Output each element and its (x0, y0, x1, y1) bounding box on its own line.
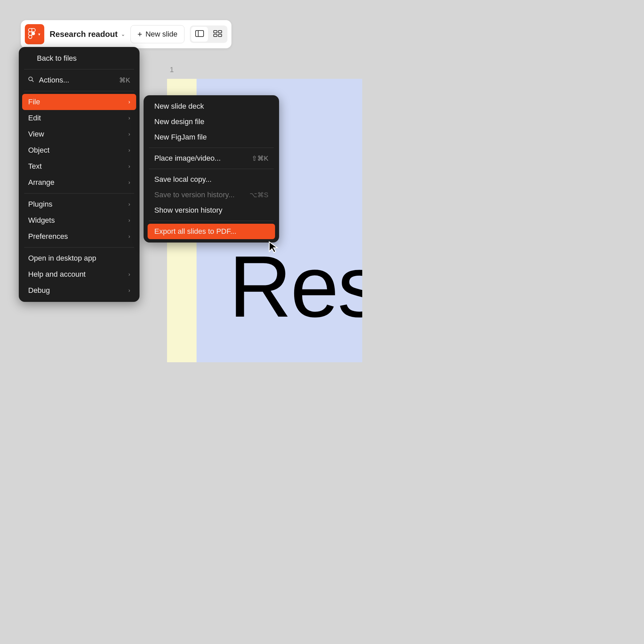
menu-view[interactable]: View › (19, 126, 140, 142)
chevron-right-icon: › (128, 147, 130, 153)
menu-preferences-label: Preferences (28, 232, 68, 241)
view-mode-toggle (190, 25, 227, 43)
submenu-save-version-shortcut: ⌥⌘S (250, 191, 268, 199)
menu-divider (149, 221, 274, 221)
menu-text[interactable]: Text › (19, 158, 140, 174)
chevron-right-icon: › (128, 271, 130, 277)
menu-divider (24, 193, 134, 194)
chevron-down-icon: ⌄ (121, 32, 125, 37)
menu-divider (24, 91, 134, 91)
menu-plugins-label: Plugins (28, 200, 52, 209)
menu-divider (149, 169, 274, 169)
single-view-icon (195, 30, 204, 38)
menu-open-desktop[interactable]: Open in desktop app (19, 250, 140, 266)
svg-rect-6 (218, 34, 222, 37)
menu-arrange[interactable]: Arrange › (19, 174, 140, 191)
single-view-button[interactable] (191, 27, 208, 42)
submenu-new-slide-deck[interactable]: New slide deck (144, 99, 279, 114)
submenu-export-pdf[interactable]: Export all slides to PDF... (148, 224, 275, 239)
menu-divider (24, 247, 134, 248)
menu-debug[interactable]: Debug › (19, 282, 140, 299)
menu-debug-label: Debug (28, 286, 50, 295)
chevron-right-icon: › (128, 179, 130, 185)
figma-menu-button[interactable]: ▼ (25, 24, 44, 44)
menu-arrange-label: Arrange (28, 178, 54, 187)
new-slide-label: New slide (146, 30, 177, 39)
menu-help-account[interactable]: Help and account › (19, 266, 140, 282)
menu-object[interactable]: Object › (19, 142, 140, 158)
submenu-show-version[interactable]: Show version history (144, 203, 279, 218)
submenu-save-local[interactable]: Save local copy... (144, 172, 279, 187)
menu-widgets-label: Widgets (28, 216, 55, 225)
menu-file-label: File (28, 98, 40, 106)
chevron-right-icon: › (128, 131, 130, 137)
submenu-new-slide-deck-label: New slide deck (154, 102, 204, 111)
chevron-right-icon: › (128, 163, 130, 169)
svg-rect-5 (214, 34, 217, 37)
grid-view-button[interactable] (209, 27, 226, 42)
menu-edit-label: Edit (28, 114, 41, 122)
submenu-new-figjam[interactable]: New FigJam file (144, 129, 279, 145)
menu-divider (24, 69, 134, 69)
menu-file[interactable]: File › (22, 94, 136, 110)
submenu-save-version: Save to version history... ⌥⌘S (144, 187, 279, 203)
menu-plugins[interactable]: Plugins › (19, 196, 140, 212)
plus-icon: + (138, 30, 142, 39)
menu-widgets[interactable]: Widgets › (19, 212, 140, 228)
chevron-right-icon: › (128, 217, 130, 223)
svg-line-8 (32, 80, 34, 82)
submenu-export-pdf-label: Export all slides to PDF... (154, 227, 236, 236)
submenu-new-design-file[interactable]: New design file (144, 114, 279, 129)
submenu-save-version-label: Save to version history... (154, 191, 234, 199)
menu-text-label: Text (28, 162, 42, 171)
submenu-new-design-file-label: New design file (154, 117, 204, 126)
menu-edit[interactable]: Edit › (19, 110, 140, 126)
grid-view-icon (213, 30, 222, 38)
menu-preferences[interactable]: Preferences › (19, 228, 140, 245)
chevron-down-icon: ▼ (38, 33, 41, 36)
menu-open-desktop-label: Open in desktop app (28, 254, 96, 263)
submenu-show-version-label: Show version history (154, 206, 222, 215)
file-name-dropdown[interactable]: Research readout ⌄ (50, 30, 125, 39)
svg-point-7 (29, 77, 33, 81)
file-name-label: Research readout (50, 30, 118, 39)
menu-actions-label: Actions... (39, 76, 69, 85)
menu-help-account-label: Help and account (28, 270, 86, 279)
search-icon (28, 76, 34, 85)
slide-number: 1 (170, 65, 362, 74)
submenu-place-image-label: Place image/video... (154, 154, 221, 163)
chevron-right-icon: › (128, 201, 130, 207)
menu-view-label: View (28, 130, 44, 139)
svg-rect-4 (218, 31, 222, 33)
menu-divider (149, 148, 274, 148)
menu-back-to-files[interactable]: Back to files (19, 50, 140, 66)
chevron-right-icon: › (128, 233, 130, 239)
submenu-place-image-shortcut: ⇧⌘K (252, 154, 268, 162)
figma-logo-icon (28, 28, 36, 40)
svg-point-0 (32, 32, 35, 35)
slide-title-text[interactable]: Res (229, 236, 362, 337)
svg-rect-1 (196, 31, 204, 37)
submenu-new-figjam-label: New FigJam file (154, 133, 207, 142)
menu-actions-shortcut: ⌘K (119, 76, 130, 84)
new-slide-button[interactable]: + New slide (130, 25, 184, 43)
menu-object-label: Object (28, 146, 50, 155)
chevron-right-icon: › (128, 115, 130, 121)
svg-rect-3 (214, 31, 217, 33)
submenu-place-image[interactable]: Place image/video... ⇧⌘K (144, 151, 279, 166)
menu-actions[interactable]: Actions... ⌘K (19, 72, 140, 88)
submenu-save-local-label: Save local copy... (154, 175, 212, 184)
chevron-right-icon: › (128, 287, 130, 293)
file-submenu: New slide deck New design file New FigJa… (144, 95, 279, 243)
chevron-right-icon: › (128, 99, 130, 105)
main-toolbar: ▼ Research readout ⌄ + New slide (21, 20, 231, 48)
main-dropdown-menu: Back to files Actions... ⌘K File › Edit … (19, 47, 140, 302)
